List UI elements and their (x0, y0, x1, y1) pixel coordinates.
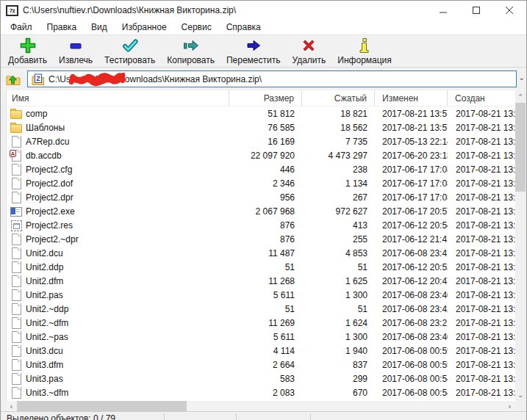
toolbar: Добавить Извлечь Тестировать Копировать (1, 35, 526, 68)
close-button[interactable] (493, 1, 526, 20)
file-row[interactable]: Unit2.ddp 51 51 2017-06-12 20:52 2017-08… (7, 260, 517, 274)
menu-file[interactable]: Файл (3, 21, 40, 34)
svg-text:Z: Z (36, 75, 40, 82)
test-check-icon (121, 37, 140, 54)
copy-arrow-icon (182, 37, 201, 54)
file-icon (10, 387, 22, 398)
file-row[interactable]: A7Rep.dcu 16 169 7 735 2017-05-13 22:14 … (7, 134, 517, 148)
add-button[interactable]: Добавить (2, 35, 53, 67)
file-icon (10, 233, 22, 245)
file-icon (10, 178, 22, 189)
file-row[interactable]: Unit2.~pas 5 611 1 300 2017-06-08 23:40 … (7, 330, 517, 344)
file-row[interactable]: Project2.res 876 413 2017-06-12 20:54 20… (7, 218, 517, 232)
file-icon (10, 164, 22, 175)
scroll-up-arrow-icon[interactable]: ⌃ (515, 90, 526, 103)
horizontal-scrollbar[interactable]: ‹ › (6, 401, 517, 411)
file-icon (10, 317, 22, 328)
file-row[interactable]: Unit2.~dfm 11 269 1 624 2017-06-08 23:21… (7, 316, 517, 330)
file-row[interactable]: Unit2.dfm 11 268 1 625 2017-06-12 20:47 … (7, 274, 517, 288)
file-icon (10, 247, 22, 258)
file-row[interactable]: Project2.dof 2 346 1 134 2017-06-17 17:0… (7, 176, 517, 190)
menu-view[interactable]: Вид (84, 21, 115, 34)
file-list: comp 51 812 18 821 2017-08-21 13:57 2017… (7, 106, 517, 399)
parent-folder-button[interactable] (4, 70, 23, 88)
column-header-created[interactable]: Создан (448, 90, 517, 106)
file-list-panel: Имя Размер Сжатый Изменен Создан comp 51… (6, 90, 517, 401)
file-row[interactable]: Project2.~dpr 876 255 2017-06-12 21:41 2… (7, 232, 517, 246)
file-row[interactable]: comp 51 812 18 821 2017-08-21 13:57 2017… (7, 106, 517, 120)
column-header-row: Имя Размер Сжатый Изменен Создан (7, 90, 517, 106)
file-row[interactable]: Unit3.pas 583 299 2017-06-08 00:54 2017-… (7, 372, 517, 385)
file-row[interactable]: Project2.cfg 446 238 2017-06-17 17:08 20… (7, 162, 517, 176)
column-header-name[interactable]: Имя (7, 90, 229, 106)
file-icon (10, 345, 22, 356)
scroll-down-arrow-icon[interactable]: ⌄ (515, 388, 526, 401)
column-header-modified[interactable]: Изменен (375, 90, 448, 106)
column-header-size[interactable]: Размер (229, 90, 302, 106)
file-row[interactable]: Adb.accdb 22 097 920 4 473 297 2017-06-2… (7, 148, 517, 162)
7zip-window: 7z C:\Users\nuftiev.r\Downloads\Книжная … (0, 0, 527, 420)
status-divider (164, 413, 165, 420)
move-label: Переместить (226, 55, 281, 65)
menu-edit[interactable]: Правка (40, 21, 85, 34)
file-icon (10, 192, 22, 203)
file-icon (10, 373, 22, 384)
close-icon (506, 7, 514, 15)
selected-objects-count: Выделено объектов: 0 / 79 (7, 413, 115, 420)
status-divider (236, 413, 237, 420)
address-bar: Z C:\Users\nuftiev.r\Downloads\Книжная В… (1, 68, 526, 90)
file-row[interactable]: Project2.dpr 956 267 2017-06-17 17:08 20… (7, 190, 517, 204)
vertical-scrollbar[interactable]: ⌃ ⌄ (515, 90, 526, 401)
menu-help[interactable]: Справка (219, 21, 268, 34)
column-header-packed[interactable]: Сжатый (302, 90, 375, 106)
menu-tools[interactable]: Сервис (174, 21, 219, 34)
file-icon (10, 359, 22, 370)
file-icon (10, 261, 22, 272)
test-button[interactable]: Тестировать (98, 35, 161, 67)
info-label: Информация (337, 55, 391, 65)
zip-archive-icon: Z (32, 73, 45, 85)
menu-favorites[interactable]: Избранное (115, 21, 174, 34)
access-db-icon: A (10, 150, 22, 161)
extract-icon (66, 37, 85, 54)
delete-button[interactable]: Удалить (287, 35, 332, 67)
horizontal-scrollbar-thumb[interactable] (17, 401, 187, 411)
move-button[interactable]: Переместить (221, 35, 287, 67)
file-icon (10, 303, 22, 314)
vertical-scrollbar-thumb[interactable] (515, 103, 526, 192)
address-dropdown-chevron-icon[interactable]: ⌄ (519, 74, 525, 82)
file-row[interactable]: Unit3.dcu 4 114 1 940 2017-06-08 00:59 2… (7, 344, 517, 358)
address-path-text: C:\Users\nuftiev.r\Downloads\Книжная Вик… (49, 74, 262, 84)
window-title: C:\Users\nuftiev.r\Downloads\Книжная Вик… (23, 5, 236, 15)
file-row[interactable]: Unit2.~ddp 51 51 2017-06-08 23:42 2017-0… (7, 302, 517, 316)
file-row[interactable]: Unit3.~dfm 2 083 670 2017-06-08 00:54 20… (7, 385, 517, 399)
delete-label: Удалить (293, 55, 326, 65)
copy-label: Копировать (167, 55, 215, 65)
info-icon (355, 37, 374, 54)
file-row[interactable]: Шаблоны 76 585 18 562 2017-08-21 13:57 2… (7, 120, 517, 134)
resource-file-icon (10, 220, 22, 231)
extract-button[interactable]: Извлечь (53, 35, 98, 67)
file-icon (10, 136, 22, 147)
menu-bar: Файл Правка Вид Избранное Сервис Справка (1, 20, 526, 35)
info-button[interactable]: Информация (331, 35, 397, 67)
folder-icon (10, 122, 22, 133)
file-row[interactable]: Unit3.dfm 2 664 837 2017-06-08 00:55 201… (7, 358, 517, 372)
file-icon (10, 275, 22, 286)
folder-up-icon (5, 73, 21, 87)
file-row[interactable]: Unit2.pas 5 611 1 300 2017-06-08 23:40 2… (7, 288, 517, 302)
status-bar: Выделено объектов: 0 / 79 (1, 411, 526, 420)
7zip-app-icon: 7z (6, 5, 18, 16)
file-row[interactable]: Unit2.dcu 11 487 4 853 2017-06-08 23:41 … (7, 246, 517, 260)
minimize-button[interactable] (427, 1, 460, 20)
status-divider (310, 413, 311, 420)
file-row[interactable]: Project2.exe 2 067 968 972 627 2017-06-1… (7, 204, 517, 218)
minimize-icon (440, 7, 448, 15)
file-icon (10, 331, 22, 342)
scroll-right-arrow-icon[interactable]: › (504, 401, 515, 411)
add-label: Добавить (8, 55, 47, 65)
scroll-left-arrow-icon[interactable]: ‹ (6, 401, 17, 411)
maximize-button[interactable] (460, 1, 493, 20)
address-path-input[interactable]: Z C:\Users\nuftiev.r\Downloads\Книжная В… (27, 70, 517, 87)
copy-button[interactable]: Копировать (161, 35, 221, 67)
